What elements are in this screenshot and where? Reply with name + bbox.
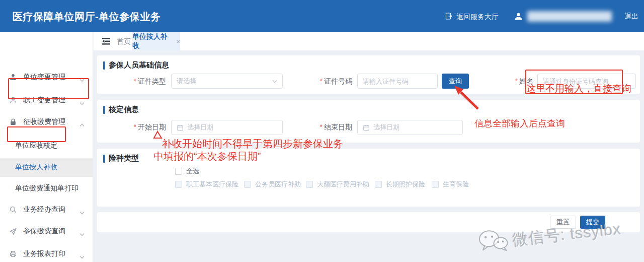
sidebar-subitem-label: 单位按人补收 [15,163,57,172]
start-date-picker[interactable]: 选择日期 [171,120,283,135]
sidebar-item-employee-change[interactable]: 职工变更管理 [0,92,93,108]
sidebar-item-business-query[interactable]: 业务经办查询 [0,202,93,218]
return-service-hall-button[interactable]: 返回服务大厅 [445,12,499,22]
printer-icon [9,250,17,259]
sidebar-item-label: 参保缴费查询 [23,227,65,236]
name-label: *姓名 [478,77,533,85]
tab-close-icon[interactable]: × [176,38,180,45]
submit-button[interactable]: 提交 [580,216,605,229]
sidebar-item-label: 单位变更管理 [23,73,65,82]
chevron-up-icon [79,120,85,128]
section-title: 核定信息 [103,105,139,114]
section-verification-info: 核定信息 *开始日期 选择日期 *结束日期 选择日期 [97,100,640,143]
sidebar-subitem-label: 单位缴费通知单打印 [15,184,78,193]
section-insured-basic-info: 参保人员基础信息 *证件类型 请选择 *证件号码 查询 *姓名 [97,55,640,94]
checkbox-longterm-care[interactable]: 长期照护保险 [375,180,425,189]
return-doc-icon [445,12,453,22]
sidebar-subitem-payment-notice-print[interactable]: 单位缴费通知单打印 [0,180,93,196]
logout-button[interactable]: 退出 [624,12,638,21]
section-insurance-type: 险种类型 全选 职工基本医疗保险 公务员医疗补助 大额医疗费用补助 长期照护保险… [97,149,640,207]
select-all-checkbox[interactable]: 全选 [175,167,199,176]
tab-unit-per-person-recollect[interactable]: 单位按人补收 × [132,32,180,50]
sidebar-item-insurance-payment-query[interactable]: 参保缴费查询 [0,223,93,239]
sidebar-item-label: 业务报表打印 [23,249,65,258]
tab-home[interactable]: 首页 [117,37,131,46]
sidebar-subitem-unit-receivable[interactable]: 单位应收核定 [0,138,93,154]
end-date-placeholder: 选择日期 [373,123,399,132]
sidebar-item-label: 征收缴费管理 [23,117,65,126]
chevron-down-icon [272,80,277,83]
app-header: 医疗保障单位网厅-单位参保业务 返回服务大厅 退出 [0,0,644,32]
user-outline-icon [9,96,17,106]
cert-type-label: *证件类型 [111,77,166,85]
cert-no-input[interactable] [358,74,437,88]
chevron-down-icon [79,208,85,216]
action-bar: 重置 提交 [97,212,640,232]
chevron-down-icon [79,76,85,84]
section-title: 险种类型 [103,154,139,163]
sidebar-item-label: 业务经办查询 [23,205,65,214]
end-date-picker[interactable]: 选择日期 [357,120,463,135]
checkbox-icon[interactable] [375,181,382,188]
checkbox-icon[interactable] [432,181,439,188]
app-title: 医疗保障单位网厅-单位参保业务 [13,10,160,24]
cert-no-field [357,74,438,89]
name-input[interactable] [538,74,635,88]
checkbox-civil-servant-subsidy[interactable]: 公务员医疗补助 [244,180,301,189]
return-service-hall-label: 返回服务大厅 [456,13,499,22]
end-date-label: *结束日期 [297,123,352,131]
sidebar-subitem-label: 单位应收核定 [15,141,57,150]
sidebar-item-collection-payment[interactable]: 征收缴费管理 [0,114,93,130]
checkbox-icon[interactable] [306,181,313,188]
send-icon [9,227,17,237]
section-title-bar [103,155,105,163]
chevron-down-icon [79,230,85,238]
query-button[interactable]: 查询 [442,74,469,89]
checkbox-icon[interactable] [175,181,182,188]
chevron-down-icon [79,99,85,107]
sidebar-subitem-unit-per-person-recollect[interactable]: 单位按人补收 [0,158,93,177]
checkbox-basic-medical[interactable]: 职工基本医疗保险 [175,180,238,189]
checkbox-icon[interactable] [175,168,182,175]
search-icon [9,206,17,215]
section-title-bar [103,106,105,114]
sidebar-item-unit-change[interactable]: 单位变更管理 [0,69,93,85]
sidebar: 单位变更管理 职工变更管理 征收缴费管理 单位应收核定 [0,32,93,262]
cert-type-select[interactable]: 请选择 [171,74,283,89]
cert-no-label: *证件号码 [297,77,352,85]
user-icon [514,12,523,23]
sidebar-item-report-print[interactable]: 业务报表打印 [0,246,93,262]
checkbox-large-medical-subsidy[interactable]: 大额医疗费用补助 [306,180,369,189]
section-title: 参保人员基础信息 [103,60,169,70]
start-date-placeholder: 选择日期 [187,123,213,132]
tab-bar: 首页 单位按人补收 × [94,32,644,50]
unit-insurance-portal-page: 医疗保障单位网厅-单位参保业务 返回服务大厅 退出 单位变更管理 [0,0,644,262]
checkbox-icon[interactable] [244,181,251,188]
calendar-icon [177,124,184,131]
username-blurred [527,11,612,22]
sidebar-item-label: 职工变更管理 [23,96,65,105]
section-title-bar [103,61,105,70]
name-field [537,74,636,89]
checkbox-maternity[interactable]: 生育保险 [432,180,469,189]
cert-type-placeholder: 请选择 [177,77,196,86]
user-solid-icon [9,73,17,83]
lock-icon [9,118,17,127]
start-date-label: *开始日期 [111,123,166,131]
calendar-icon [363,124,370,131]
menu-fold-icon[interactable] [101,37,111,48]
reset-button[interactable]: 重置 [550,216,576,229]
tab-label: 单位按人补收 [132,32,174,50]
chevron-down-icon [79,252,85,260]
